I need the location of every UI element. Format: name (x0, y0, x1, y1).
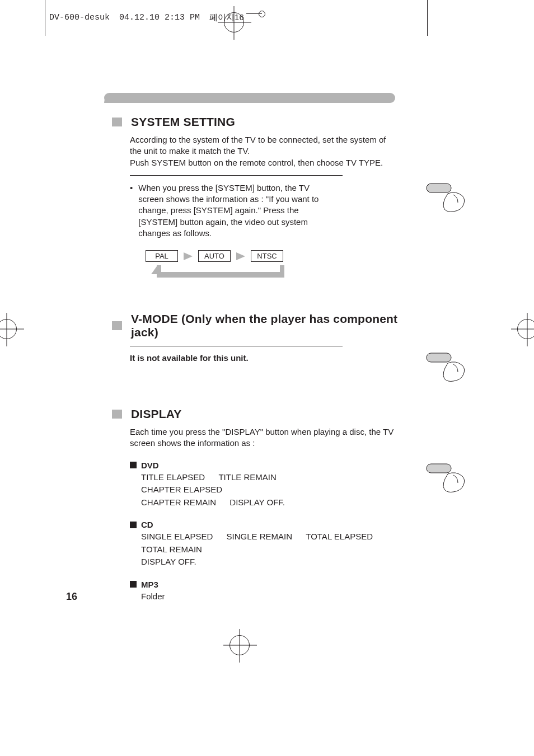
subheading-mp3: MP3 (130, 580, 418, 589)
bullet-dot-icon: • (130, 182, 133, 239)
section-title: DISPLAY (131, 407, 182, 421)
section-heading-system: SYSTEM SETTING (104, 115, 418, 129)
system-flow-diagram: PAL AUTO NTSC (146, 250, 291, 281)
bullet-item: • When you press the [SYSTEM] button, th… (130, 182, 326, 239)
section-paragraph: According to the system of the TV to be … (130, 134, 399, 168)
mp3-values: Folder (141, 590, 376, 603)
flow-box-pal: PAL (146, 250, 178, 262)
print-line-icon (246, 13, 262, 22)
subheading-dvd: DVD (130, 461, 418, 470)
svg-rect-0 (427, 184, 451, 192)
value-chapter-remain: CHAPTER REMAIN (141, 496, 216, 509)
print-timestamp: 04.12.10 2:13 PM (119, 13, 200, 22)
arrow-right-icon (184, 252, 193, 260)
cd-values: SINGLE ELAPSED SINGLE REMAIN TOTAL ELAPS… (141, 530, 418, 569)
square-bullet-icon (112, 321, 122, 330)
value-single-remain: SINGLE REMAIN (227, 530, 293, 543)
section-heading-display: DISPLAY (104, 407, 418, 421)
print-header: DV-600-desuk 04.12.10 2:13 PM 페이지16 (49, 12, 262, 23)
registration-mark-icon (229, 635, 250, 655)
bullet-text: When you press the [SYSTEM] button, the … (138, 182, 326, 239)
arrow-right-icon (236, 252, 245, 260)
section-title: SYSTEM SETTING (131, 115, 235, 129)
subheading-label: CD (141, 520, 153, 529)
flow-box-auto: AUTO (198, 250, 231, 262)
flow-box-ntsc: NTSC (251, 250, 283, 262)
remote-hand-icon (425, 463, 470, 499)
subheading-label: DVD (141, 461, 159, 470)
feedback-arrow-bar (146, 265, 284, 281)
square-bullet-icon (112, 410, 122, 419)
remote-hand-icon (425, 352, 470, 388)
print-page-suffix: 페이지16 (209, 12, 244, 23)
value-total-elapsed: TOTAL ELAPSED (306, 530, 373, 543)
value-display-off: DISPLAY OFF. (141, 556, 196, 569)
page-content: SYSTEM SETTING According to the system o… (104, 93, 418, 603)
subheading-label: MP3 (141, 580, 158, 589)
value-title-remain: TITLE REMAIN (218, 471, 276, 484)
value-total-remain: TOTAL REMAIN (141, 543, 202, 556)
square-bullet-small-icon (130, 581, 137, 588)
decorative-header-bar (104, 93, 395, 103)
svg-rect-2 (427, 464, 451, 473)
square-bullet-icon (112, 118, 122, 126)
subheading-cd: CD (130, 520, 418, 529)
value-display-off: DISPLAY OFF. (229, 496, 285, 509)
separator-line (130, 346, 343, 346)
section-heading-vmode: V-MODE (Only when the player has compone… (104, 312, 418, 339)
registration-mark-icon (0, 319, 17, 339)
remote-hand-icon (425, 182, 470, 218)
square-bullet-small-icon (130, 462, 137, 468)
crop-mark (45, 0, 45, 36)
section-title: V-MODE (Only when the player has compone… (131, 312, 418, 339)
note-text: It is not available for this unit. (130, 353, 418, 363)
print-filename: DV-600-desuk (49, 13, 110, 22)
square-bullet-small-icon (130, 522, 137, 528)
page-number: 16 (66, 591, 77, 603)
section-paragraph: Each time you press the "DISPLAY" button… (130, 426, 399, 449)
dvd-values: TITLE ELAPSED TITLE REMAIN CHAPTER ELAPS… (141, 471, 376, 509)
svg-rect-1 (427, 353, 451, 362)
crop-mark (427, 0, 428, 36)
value-chapter-elapsed: CHAPTER ELAPSED (141, 483, 222, 496)
value-title-elapsed: TITLE ELAPSED (141, 471, 205, 484)
value-single-elapsed: SINGLE ELAPSED (141, 530, 213, 543)
registration-mark-icon (517, 319, 534, 339)
separator-line (130, 175, 343, 176)
